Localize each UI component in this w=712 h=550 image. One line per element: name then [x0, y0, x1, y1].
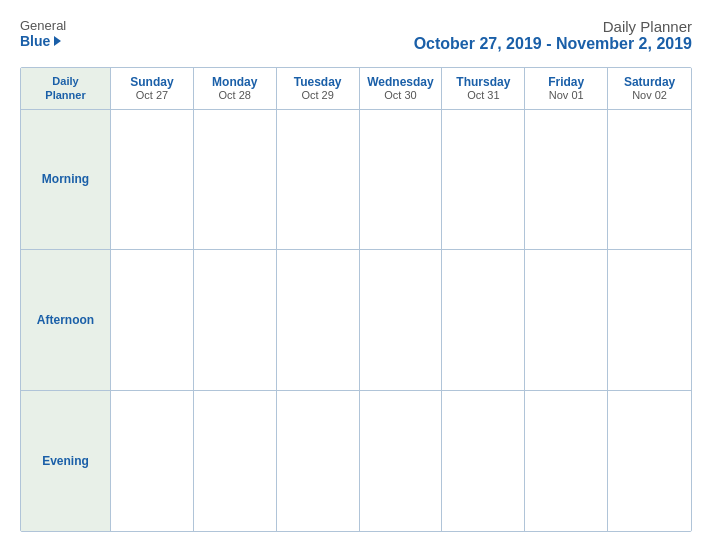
header-tuesday: Tuesday Oct 29 — [277, 68, 360, 110]
evening-friday[interactable] — [525, 391, 608, 531]
calendar-body: Morning Afternoon Evening — [21, 110, 691, 531]
evening-row: Evening — [21, 391, 691, 531]
afternoon-row: Afternoon — [21, 250, 691, 391]
header-planner: Planner — [45, 88, 85, 102]
calendar-header: Daily Planner Sunday Oct 27 Monday Oct 2… — [21, 68, 691, 110]
afternoon-monday[interactable] — [194, 250, 277, 390]
afternoon-thursday[interactable] — [442, 250, 525, 390]
header-sunday: Sunday Oct 27 — [111, 68, 194, 110]
title-area: Daily Planner October 27, 2019 - Novembe… — [414, 18, 692, 53]
morning-saturday[interactable] — [608, 110, 691, 250]
evening-monday[interactable] — [194, 391, 277, 531]
evening-label: Evening — [21, 391, 111, 531]
morning-label: Morning — [21, 110, 111, 250]
evening-wednesday[interactable] — [360, 391, 443, 531]
evening-saturday[interactable] — [608, 391, 691, 531]
afternoon-label: Afternoon — [21, 250, 111, 390]
afternoon-tuesday[interactable] — [277, 250, 360, 390]
evening-thursday[interactable] — [442, 391, 525, 531]
page: General Blue Daily Planner October 27, 2… — [0, 0, 712, 550]
morning-tuesday[interactable] — [277, 110, 360, 250]
afternoon-sunday[interactable] — [111, 250, 194, 390]
morning-monday[interactable] — [194, 110, 277, 250]
morning-wednesday[interactable] — [360, 110, 443, 250]
logo-triangle-icon — [54, 36, 61, 46]
calendar: Daily Planner Sunday Oct 27 Monday Oct 2… — [20, 67, 692, 532]
header-friday: Friday Nov 01 — [525, 68, 608, 110]
logo-general: General — [20, 18, 66, 33]
afternoon-saturday[interactable] — [608, 250, 691, 390]
logo-area: General Blue — [20, 18, 66, 49]
morning-friday[interactable] — [525, 110, 608, 250]
header-monday: Monday Oct 28 — [194, 68, 277, 110]
header-label-cell: Daily Planner — [21, 68, 111, 110]
logo-blue: Blue — [20, 33, 61, 49]
planner-title: Daily Planner — [414, 18, 692, 35]
morning-thursday[interactable] — [442, 110, 525, 250]
header-daily: Daily — [52, 74, 78, 88]
evening-tuesday[interactable] — [277, 391, 360, 531]
header-saturday: Saturday Nov 02 — [608, 68, 691, 110]
header: General Blue Daily Planner October 27, 2… — [20, 18, 692, 53]
header-wednesday: Wednesday Oct 30 — [360, 68, 443, 110]
evening-sunday[interactable] — [111, 391, 194, 531]
morning-row: Morning — [21, 110, 691, 251]
afternoon-wednesday[interactable] — [360, 250, 443, 390]
header-thursday: Thursday Oct 31 — [442, 68, 525, 110]
planner-date-range: October 27, 2019 - November 2, 2019 — [414, 35, 692, 53]
morning-sunday[interactable] — [111, 110, 194, 250]
afternoon-friday[interactable] — [525, 250, 608, 390]
